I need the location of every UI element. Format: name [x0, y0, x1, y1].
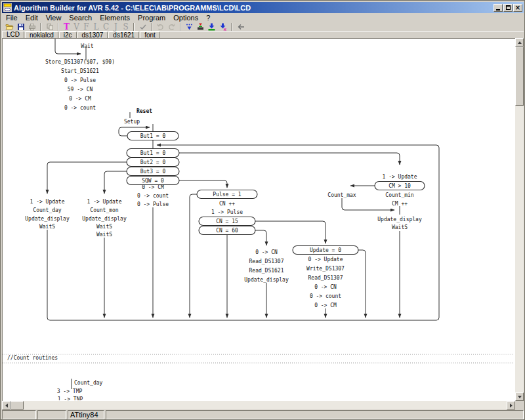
flowchart-text[interactable]: CM ++ [392, 201, 408, 207]
algorithm-canvas[interactable]: But1 = 0But1 = 0But2 = 0But3 = 0SQW = 0P… [2, 38, 515, 401]
redo-button[interactable] [166, 22, 177, 32]
flowchart-text[interactable]: 0 -> count [137, 193, 169, 199]
horizontal-scroll-track[interactable] [24, 401, 507, 410]
tab-lcd[interactable]: LCD [2, 31, 24, 38]
flowchart-text[interactable]: 1 -> Update [87, 199, 122, 205]
down-arrow-glyph [518, 396, 522, 398]
flowchart-text[interactable]: Count_max [327, 192, 356, 198]
condition-element-button[interactable]: C [101, 22, 111, 32]
menu-edit[interactable]: Edit [22, 14, 42, 22]
condition-label: CN = 15 [216, 219, 238, 224]
flowchart-text[interactable]: 0 -> count [310, 293, 341, 299]
flowchart-connector [55, 39, 81, 54]
verify-button[interactable] [137, 22, 148, 32]
flowchart-text[interactable]: WaitS [96, 232, 112, 238]
flowchart-text[interactable]: Update_display [25, 216, 70, 222]
flowchart-text[interactable]: 0 -> Pulse [137, 201, 169, 207]
flowchart-text[interactable]: 59 -> CN [68, 87, 93, 93]
flowchart-text[interactable]: 0 -> CN [314, 284, 337, 290]
print-button[interactable] [26, 22, 37, 32]
flowchart-text[interactable]: Start_DS1621 [61, 68, 99, 74]
flowchart-text[interactable]: 1 -> TNP [58, 396, 83, 400]
flowchart-text[interactable]: 0 -> Update [308, 257, 343, 262]
flowchart-text[interactable]: Count_min [385, 192, 414, 198]
flowchart-text[interactable]: //Count routines [7, 355, 58, 361]
flowchart-text[interactable]: 0 -> CM [142, 184, 164, 190]
condition-label: CN = 60 [216, 228, 238, 234]
flowchart-connector [179, 180, 227, 188]
menu-file[interactable]: File [2, 14, 22, 22]
scroll-down-button[interactable] [515, 392, 524, 401]
write-button[interactable] [206, 22, 217, 32]
copy-button[interactable] [44, 22, 55, 32]
field-element-button[interactable]: F [81, 22, 91, 32]
tab-ds1307[interactable]: ds1307 [77, 32, 108, 38]
flowchart-text[interactable]: WaitS [96, 224, 112, 230]
flowchart-text[interactable]: Count_day [74, 380, 103, 386]
flowchart-text[interactable]: Count_day [33, 207, 62, 213]
tab-i2c[interactable]: i2c [59, 32, 77, 38]
condition-label: But3 = 0 [140, 169, 166, 175]
flowchart-text[interactable]: 0 -> CM [314, 303, 337, 308]
flowchart-text[interactable]: Update_display [377, 217, 422, 222]
tab-font[interactable]: font [140, 32, 160, 38]
flowchart-text[interactable]: Read_DS1621 [249, 268, 284, 274]
vertex-element-button[interactable]: V [72, 22, 81, 32]
menu-search[interactable]: Search [65, 14, 96, 22]
scroll-left-button[interactable] [2, 401, 10, 410]
flowchart-text[interactable]: Update_display [244, 277, 289, 283]
flowchart-text[interactable]: 0 -> Pulse [64, 77, 96, 83]
menu-help[interactable]: ? [202, 14, 214, 22]
flowchart-text[interactable]: 0 -> count [64, 105, 96, 111]
maximize-button[interactable] [503, 4, 513, 12]
horizontal-scrollbar[interactable] [2, 401, 515, 410]
vertical-scrollbar[interactable] [515, 38, 524, 401]
compile-button[interactable] [184, 22, 195, 32]
flowchart-text[interactable]: CN ++ [219, 201, 235, 207]
label-element-button[interactable]: L [91, 22, 101, 32]
menu-options[interactable]: Options [169, 14, 202, 22]
close-button[interactable]: × [513, 4, 522, 12]
flowchart-text[interactable]: 1 -> Update [383, 174, 417, 180]
horizontal-scroll-thumb[interactable] [10, 401, 24, 410]
flowchart-text[interactable]: 0 -> CN [255, 249, 278, 255]
flowchart-text[interactable]: 3 -> TMP [57, 388, 83, 394]
jump-element-button[interactable]: J [111, 22, 121, 32]
save-button[interactable] [15, 22, 26, 32]
flowchart-text[interactable]: 1 -> Pulse [211, 209, 243, 215]
maximize-icon [506, 5, 511, 10]
flowchart-text[interactable]: Setup [124, 119, 140, 125]
flowchart-text[interactable]: Reset [136, 108, 152, 114]
condition-label: Update = 0 [310, 247, 341, 253]
setter-element-button[interactable]: S [121, 22, 131, 32]
flowchart-text[interactable]: 0 -> CM [69, 96, 91, 102]
erase-button[interactable] [217, 22, 228, 32]
scroll-right-button[interactable] [507, 401, 515, 410]
flowchart-text[interactable]: WaitS [39, 224, 55, 230]
flowchart-text[interactable]: Write_DS1307 [306, 266, 345, 272]
menu-view[interactable]: View [42, 14, 66, 22]
compile-icon [185, 23, 194, 31]
vertical-scroll-thumb[interactable] [515, 47, 524, 106]
flowchart-connector [358, 250, 366, 318]
program-chip-button[interactable] [195, 22, 206, 32]
menu-elements[interactable]: Elements [96, 14, 134, 22]
flowchart-text[interactable]: WaitS [392, 224, 408, 230]
flowchart-text[interactable]: 1 -> Update [30, 199, 65, 205]
scroll-up-button[interactable] [515, 38, 524, 47]
minimize-button[interactable] [494, 4, 503, 12]
tab-nokialcd[interactable]: nokialcd [25, 32, 58, 38]
tab-ds1621[interactable]: ds1621 [108, 32, 139, 38]
flowchart-text[interactable]: Count_mon [90, 207, 119, 213]
undo-button[interactable] [155, 22, 166, 32]
flowchart-text[interactable]: Read_DS1307 [249, 259, 284, 264]
flowchart-text[interactable]: Wait [81, 43, 93, 49]
open-button[interactable] [4, 22, 15, 32]
flowchart-text[interactable]: Store_DS1307($07, $90) [45, 59, 115, 65]
menu-program[interactable]: Program [134, 14, 169, 22]
back-button[interactable] [235, 22, 246, 32]
flowchart-text[interactable]: Read_DS1307 [308, 275, 343, 281]
text-element-button[interactable]: T [62, 22, 72, 32]
flowchart-text[interactable]: Update_display [82, 216, 127, 222]
redo-icon [167, 23, 176, 31]
